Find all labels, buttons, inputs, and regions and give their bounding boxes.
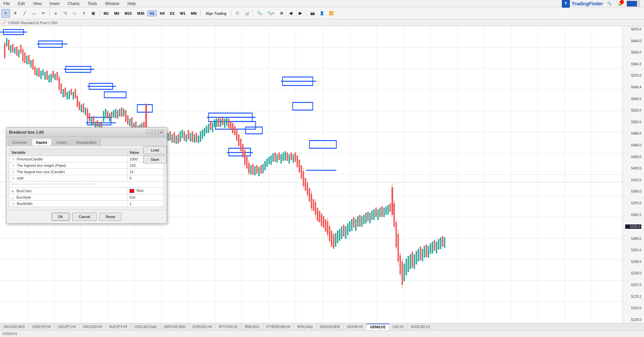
svg-rect-159 bbox=[194, 134, 195, 143]
svg-rect-201 bbox=[274, 152, 276, 162]
hline-tool[interactable]: — bbox=[30, 9, 38, 18]
dialog-minimize-btn[interactable]: — bbox=[147, 130, 152, 135]
tf-h4[interactable]: H4 bbox=[157, 10, 167, 16]
tab-inputs[interactable]: Inputs bbox=[32, 139, 52, 146]
val-boxcolor[interactable]: Red bbox=[127, 188, 164, 194]
tab-usdcad-daily[interactable]: USDCAD,Daily bbox=[131, 324, 160, 330]
scroll-left-btn[interactable]: ◀| bbox=[286, 9, 295, 18]
cancel-btn[interactable]: Cancel bbox=[72, 213, 96, 221]
tab-ger40-h1[interactable]: GER40,H1 bbox=[343, 324, 367, 330]
tab-ethereum-h4[interactable]: ETHEREUM,H4 bbox=[263, 324, 294, 330]
tab-visualization[interactable]: Visualization bbox=[71, 139, 101, 146]
row-largest-box: ○I The largest box size (Candle) 15 bbox=[9, 169, 164, 175]
tab-audjpy-h4[interactable]: AUDJPY,H4 bbox=[106, 324, 131, 330]
svg-rect-252 bbox=[365, 213, 367, 223]
svg-rect-214 bbox=[301, 165, 302, 179]
shape-tool[interactable]: □ bbox=[70, 9, 79, 18]
tab-u30-h1[interactable]: U30,H1 bbox=[389, 324, 408, 330]
tab-xagusd-h4[interactable]: XAGUSD,H4 bbox=[79, 324, 106, 330]
search-icon-btn[interactable]: 🔍 bbox=[605, 0, 614, 8]
chart-tool[interactable]: ▦ bbox=[89, 9, 98, 18]
tf-m1[interactable]: M1 bbox=[101, 10, 111, 16]
tab-nas100-m30[interactable]: NAS100,M30 bbox=[317, 324, 343, 330]
symbol-text: US500 Standard & Poor's 500 bbox=[8, 21, 57, 25]
cursor-tool[interactable]: ↖ bbox=[1, 9, 10, 18]
indicators-btn[interactable]: Algo Trading bbox=[203, 9, 229, 18]
menu-help[interactable]: Help bbox=[125, 1, 138, 7]
tab-bnb-m15[interactable]: BNB,M15 bbox=[241, 324, 263, 330]
val-shift[interactable]: 0 bbox=[127, 175, 164, 182]
svg-rect-282 bbox=[414, 254, 415, 269]
obj-btn[interactable]: ⬡ bbox=[233, 9, 242, 18]
tab-bitcoin-h1[interactable]: BITCOIN,H1 bbox=[216, 324, 241, 330]
menu-charts[interactable]: Charts bbox=[66, 1, 82, 7]
svg-rect-87 bbox=[56, 72, 58, 80]
svg-rect-174 bbox=[224, 119, 225, 128]
signal-btn[interactable]: 📶 bbox=[327, 9, 336, 18]
text-tool[interactable]: T bbox=[79, 9, 88, 18]
tf-d1[interactable]: D1 bbox=[168, 10, 177, 16]
tf-m5[interactable]: M5 bbox=[112, 10, 121, 16]
dialog-maximize-btn[interactable]: □ bbox=[153, 130, 158, 135]
save-btn[interactable]: Save bbox=[143, 155, 167, 163]
tf-m15[interactable]: M15 bbox=[122, 10, 134, 16]
indicator-list-btn[interactable]: 📊 bbox=[243, 9, 251, 18]
menu-window[interactable]: Window bbox=[103, 1, 121, 7]
tab-us500-h1[interactable]: US500,H1 bbox=[367, 324, 389, 330]
menu-file[interactable]: File bbox=[1, 1, 12, 7]
menu-tools[interactable]: Tools bbox=[86, 1, 99, 7]
svg-rect-202 bbox=[276, 154, 278, 162]
progress-btn[interactable] bbox=[627, 1, 640, 7]
menu-view[interactable]: View bbox=[31, 1, 44, 7]
svg-rect-183 bbox=[242, 144, 244, 158]
menu-edit[interactable]: Edit bbox=[16, 1, 27, 7]
svg-rect-113 bbox=[103, 111, 104, 122]
svg-rect-169 bbox=[214, 119, 215, 127]
screenshot-btn[interactable]: 📷 bbox=[308, 9, 317, 18]
svg-rect-250 bbox=[361, 216, 363, 227]
tab-eurusd-h4[interactable]: EURUSD,H4 bbox=[189, 324, 216, 330]
tf-m30[interactable]: M30 bbox=[135, 10, 147, 16]
svg-rect-90 bbox=[60, 83, 62, 94]
dialog-titlebar[interactable]: Breakout box 1.00 — □ ✕ bbox=[6, 128, 167, 137]
val-boxstyle[interactable]: Dot bbox=[127, 194, 164, 201]
color-swatch-red bbox=[129, 189, 134, 193]
fib-tool[interactable]: ⌥ bbox=[61, 9, 69, 18]
line-tool[interactable]: ╱ bbox=[20, 9, 29, 18]
val-largest-box[interactable]: 15 bbox=[127, 169, 164, 175]
dialog-close-btn[interactable]: ✕ bbox=[159, 130, 164, 135]
crosshair-tool[interactable]: ✛ bbox=[11, 9, 19, 18]
tf-w1[interactable]: W1 bbox=[178, 10, 188, 16]
scroll-right-btn[interactable]: |▶ bbox=[296, 9, 305, 18]
tab-nzdcad-h1[interactable]: NZDCAD,H1 bbox=[408, 324, 434, 330]
tab-xauusd-m15[interactable]: XAUUSD,M15 bbox=[0, 324, 29, 330]
account-btn[interactable]: 👤 bbox=[318, 9, 326, 18]
ok-btn[interactable]: OK bbox=[52, 213, 70, 221]
tab-usdjpy-h4[interactable]: USDJPY,H4 bbox=[54, 324, 79, 330]
dialog-content: Variable Value ○I PreviousCandle 1000 ○I… bbox=[6, 146, 167, 210]
svg-rect-125 bbox=[127, 115, 128, 125]
notification-btn[interactable]: 🔔! bbox=[616, 0, 625, 8]
tf-mn[interactable]: MN bbox=[189, 10, 199, 16]
pencil-tool[interactable]: ✏ bbox=[39, 9, 48, 18]
grid-btn[interactable]: ⊞ bbox=[277, 9, 286, 18]
reset-btn[interactable]: Reset bbox=[99, 213, 122, 221]
tab-common[interactable]: Common bbox=[8, 139, 32, 146]
settings-tool[interactable]: ≡ bbox=[51, 9, 60, 18]
val-boxwidth[interactable]: 1 bbox=[127, 201, 164, 207]
tf-h1[interactable]: H1 bbox=[147, 10, 157, 16]
zoom-in-btn[interactable]: 🔍+ bbox=[266, 9, 276, 18]
zoom-out-btn[interactable]: 🔍- bbox=[255, 9, 265, 18]
tab-brn-daily[interactable]: BRN,Daily bbox=[294, 324, 316, 330]
svg-rect-65 bbox=[14, 47, 15, 54]
load-btn[interactable]: Load bbox=[143, 146, 167, 154]
menu-insert[interactable]: Insert bbox=[48, 1, 62, 7]
tab-usdchf-h4[interactable]: USDCHF,H4 bbox=[29, 324, 54, 330]
separator-text: ===================================== bbox=[9, 182, 164, 188]
price-5468: 5468.0 bbox=[625, 143, 641, 147]
svg-rect-280 bbox=[410, 254, 411, 269]
tab-colors[interactable]: Colors bbox=[52, 139, 71, 146]
svg-rect-220 bbox=[309, 188, 310, 202]
tab-gbpusd-m30[interactable]: GBPUSD,M30 bbox=[161, 324, 189, 330]
price-5620: 5620.0 bbox=[625, 51, 641, 54]
